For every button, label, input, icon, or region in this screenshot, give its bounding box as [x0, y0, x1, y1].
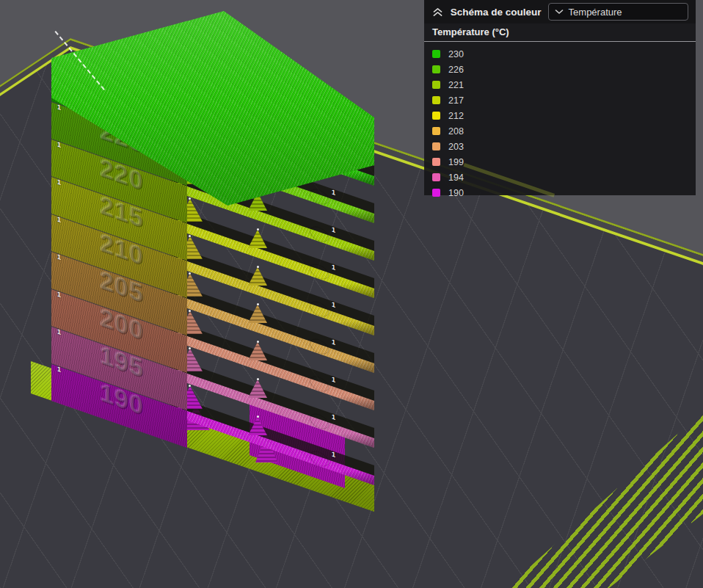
legend-item[interactable]: 203: [424, 139, 696, 154]
panel-title: Schéma de couleur: [451, 7, 542, 18]
legend-color-swatch: [432, 65, 440, 73]
panel-header: Schéma de couleur Température: [424, 0, 696, 23]
legend-list: 230 226 221 217 212 208 203 199 194 190: [424, 42, 696, 200]
legend-value: 217: [448, 95, 464, 106]
legend-value: 203: [448, 142, 464, 152]
legend-item[interactable]: 208: [424, 123, 696, 139]
legend-item[interactable]: 212: [424, 108, 696, 123]
chevron-down-icon: [555, 9, 564, 15]
legend-value: 208: [448, 126, 464, 137]
legend-value: 190: [448, 188, 464, 198]
legend-item[interactable]: 194: [424, 170, 696, 185]
legend-item[interactable]: 217: [424, 92, 696, 108]
collapse-panel-button[interactable]: [431, 5, 444, 18]
legend-value: 199: [448, 157, 464, 167]
legend-color-swatch: [432, 96, 440, 104]
legend-color-swatch: [432, 112, 440, 120]
legend-color-swatch: [432, 81, 440, 89]
legend-value: 194: [448, 173, 464, 183]
legend-value: 226: [448, 65, 464, 75]
legend-value: 212: [448, 111, 464, 121]
legend-item[interactable]: 190: [424, 185, 696, 200]
legend-value: 230: [448, 49, 464, 59]
legend-color-swatch: [432, 127, 440, 135]
legend-title: Température (°C): [424, 23, 696, 41]
legend-item[interactable]: 199: [424, 154, 696, 170]
legend-item[interactable]: 221: [424, 77, 696, 92]
dropdown-selected-value: Température: [569, 7, 622, 18]
legend-item[interactable]: 230: [424, 46, 696, 62]
legend-color-swatch: [432, 173, 440, 181]
legend-value: 221: [448, 80, 464, 90]
chevron-double-up-icon: [432, 7, 443, 17]
legend-color-swatch: [432, 50, 440, 58]
view-type-dropdown[interactable]: Température: [548, 3, 688, 21]
color-scheme-panel: Schéma de couleur Température Températur…: [424, 0, 696, 195]
legend-color-swatch: [432, 158, 440, 166]
legend-color-swatch: [432, 142, 440, 150]
legend-color-swatch: [432, 189, 440, 197]
legend-item[interactable]: 226: [424, 62, 696, 77]
